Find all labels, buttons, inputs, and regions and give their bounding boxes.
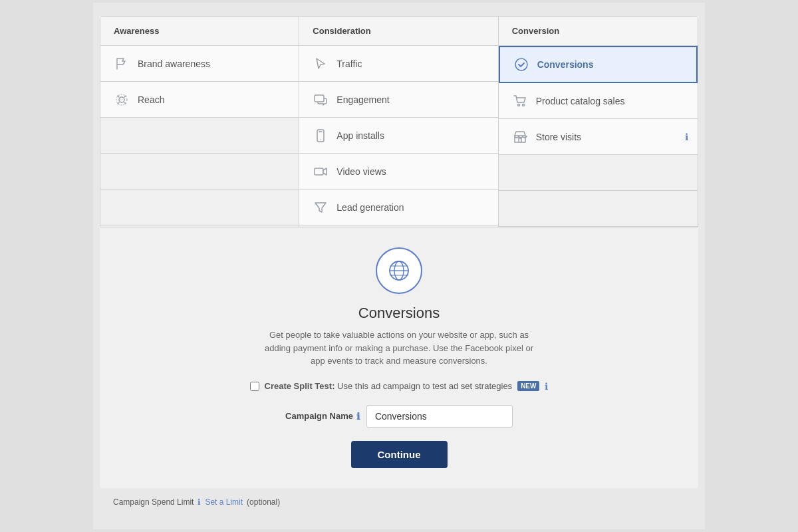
set-limit-link[interactable]: Set a Limit bbox=[205, 497, 243, 507]
svg-rect-2 bbox=[315, 95, 324, 102]
traffic-label: Traffic bbox=[336, 59, 362, 69]
svg-point-7 bbox=[522, 104, 524, 106]
lead-generation-item[interactable]: Lead generation bbox=[299, 190, 497, 225]
campaign-spend-limit-label: Campaign Spend Limit bbox=[113, 497, 194, 507]
flag-icon bbox=[114, 56, 130, 72]
app-installs-item[interactable]: App installs bbox=[299, 118, 497, 154]
video-icon bbox=[313, 164, 329, 180]
conversions-label: Conversions bbox=[537, 59, 594, 70]
app-icon bbox=[313, 128, 329, 144]
optional-label: (optional) bbox=[247, 497, 280, 507]
conversion-empty-1 bbox=[499, 155, 698, 191]
cursor-icon bbox=[313, 56, 329, 72]
engagement-icon bbox=[313, 92, 329, 108]
campaign-name-row: Campaign Name ℹ bbox=[113, 405, 685, 428]
cart-icon bbox=[512, 93, 528, 109]
split-test-row: Create Split Test: Use this ad campaign … bbox=[113, 381, 685, 392]
svg-point-5 bbox=[515, 59, 527, 70]
awareness-empty-3 bbox=[100, 190, 299, 225]
store-icon bbox=[512, 129, 528, 145]
reach-icon bbox=[114, 92, 130, 108]
campaign-name-info-icon[interactable]: ℹ bbox=[356, 411, 360, 422]
reach-label: Reach bbox=[138, 94, 164, 105]
description-title: Conversions bbox=[113, 305, 685, 322]
globe-icon-circle bbox=[376, 247, 422, 294]
product-catalog-sales-item[interactable]: Product catalog sales bbox=[499, 83, 698, 119]
campaign-spend-limit-info-icon[interactable]: ℹ bbox=[198, 497, 201, 507]
description-text: Get people to take valuable actions on y… bbox=[259, 329, 539, 368]
video-views-item[interactable]: Video views bbox=[299, 154, 497, 190]
engagement-item[interactable]: Engagement bbox=[299, 82, 497, 118]
conversion-column: Conversions Product catalog sales bbox=[499, 46, 698, 227]
consideration-column: Traffic Engagement bbox=[299, 46, 498, 227]
brand-awareness-item[interactable]: Brand awareness bbox=[100, 46, 299, 82]
app-installs-label: App installs bbox=[336, 130, 384, 141]
bottom-bar: Campaign Spend Limit ℹ Set a Limit (opti… bbox=[100, 488, 698, 516]
check-circle-icon bbox=[513, 57, 529, 72]
new-badge: NEW bbox=[517, 381, 539, 391]
svg-point-6 bbox=[517, 104, 519, 106]
consideration-header: Consideration bbox=[299, 17, 498, 46]
reach-item[interactable]: Reach bbox=[100, 82, 299, 118]
store-visits-item[interactable]: Store visits ℹ bbox=[499, 119, 698, 155]
traffic-item[interactable]: Traffic bbox=[299, 46, 497, 82]
video-views-label: Video views bbox=[336, 166, 386, 177]
engagement-label: Engagement bbox=[336, 94, 389, 105]
funnel-icon bbox=[313, 200, 329, 215]
conversion-header: Conversion bbox=[499, 17, 698, 46]
campaign-name-input[interactable] bbox=[366, 405, 513, 428]
svg-rect-4 bbox=[315, 168, 323, 175]
conversion-empty-2 bbox=[499, 191, 698, 227]
awareness-empty-1 bbox=[100, 118, 299, 154]
continue-button[interactable]: Continue bbox=[351, 441, 448, 468]
awareness-empty-2 bbox=[100, 154, 299, 190]
split-test-info-icon[interactable]: ℹ bbox=[545, 381, 548, 392]
awareness-header: Awareness bbox=[100, 17, 299, 46]
brand-awareness-label: Brand awareness bbox=[138, 59, 210, 69]
description-section: Conversions Get people to take valuable … bbox=[100, 227, 698, 488]
split-test-label: Create Split Test: Use this ad campaign … bbox=[265, 381, 513, 391]
svg-point-0 bbox=[119, 97, 124, 102]
conversions-item[interactable]: Conversions bbox=[499, 46, 698, 83]
store-visits-info-icon[interactable]: ℹ bbox=[685, 132, 688, 142]
product-catalog-sales-label: Product catalog sales bbox=[536, 96, 625, 106]
campaign-name-label: Campaign Name ℹ bbox=[285, 411, 360, 422]
split-test-checkbox[interactable] bbox=[250, 382, 259, 391]
lead-generation-label: Lead generation bbox=[336, 202, 404, 213]
store-visits-label: Store visits bbox=[536, 132, 581, 142]
awareness-column: Brand awareness Reach bbox=[100, 46, 299, 227]
